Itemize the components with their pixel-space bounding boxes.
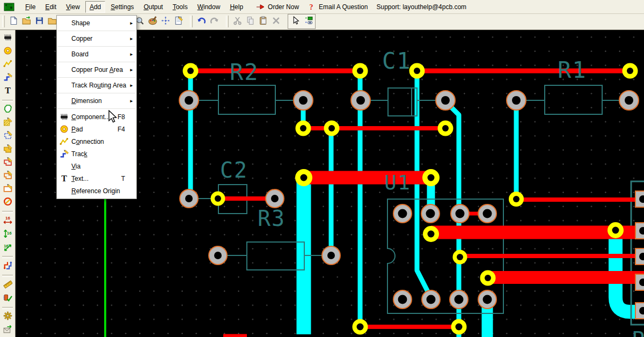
order-now-label: Order Now: [268, 3, 299, 11]
menu-item-label: Copper Pour Area: [71, 66, 126, 74]
order-now-button[interactable]: Order Now: [255, 3, 299, 11]
pad-hole: [455, 295, 464, 304]
label-c2: C2: [220, 158, 248, 182]
open-button[interactable]: [20, 15, 33, 28]
submenu-arrow-icon: ►: [126, 68, 136, 72]
menubar-item-tools[interactable]: Tools: [169, 1, 192, 13]
palette-button[interactable]: [146, 15, 159, 28]
email-question-button[interactable]: ? Email A Question: [306, 3, 368, 11]
menu-item-label: Track Routing Area: [71, 82, 126, 89]
component-icon: [3, 33, 12, 44]
connection-icon: [57, 137, 71, 146]
menubar-item-view[interactable]: View: [62, 1, 84, 13]
menubar-item-window[interactable]: Window: [193, 1, 225, 13]
text-icon: T: [57, 174, 71, 183]
menu-item-shape[interactable]: Shape►: [57, 17, 136, 29]
board-rect-tool-button[interactable]: [1, 184, 14, 196]
menubar-item-edit[interactable]: Edit: [41, 1, 61, 13]
menubar-item-file[interactable]: File: [21, 1, 40, 13]
via-hole: [457, 254, 463, 260]
menu-item-copper-pour-area[interactable]: Copper Pour Area►: [57, 64, 136, 76]
menubar-item-output[interactable]: Output: [140, 1, 167, 13]
menubar-item-settings[interactable]: Settings: [106, 1, 138, 13]
cut-button[interactable]: [231, 15, 244, 28]
shape-orange-tool-button[interactable]: [1, 170, 14, 182]
via-hole: [485, 275, 491, 281]
layer-visibility-button[interactable]: [302, 15, 314, 28]
copper-hatched-icon: [3, 118, 12, 129]
copper-polygon-tool-button[interactable]: [1, 104, 14, 116]
menu-separator: [57, 77, 136, 78]
menu-item-dimension[interactable]: Dimension►: [57, 95, 136, 107]
tool-palette: T161616: [0, 30, 16, 337]
menu-item-reference-origin[interactable]: Reference Origin: [57, 185, 136, 197]
settings-gear-icon: [3, 311, 12, 323]
redo-button[interactable]: [208, 15, 221, 28]
menubar-item-help[interactable]: Help: [225, 1, 247, 13]
properties-button[interactable]: [172, 15, 185, 28]
palette-separator: [2, 307, 13, 309]
mouse-cursor: [107, 110, 121, 125]
copper-hatched-tool-button[interactable]: [1, 117, 14, 129]
menu-item-copper[interactable]: Copper►: [57, 33, 136, 45]
menu-item-component[interactable]: Component...F8: [57, 111, 136, 123]
svg-text:?: ?: [310, 3, 313, 11]
shape-red-tool-button[interactable]: [1, 157, 14, 169]
send-design-tool-button[interactable]: [1, 324, 14, 336]
menubar-item-add[interactable]: Add: [85, 1, 105, 13]
menu-item-track[interactable]: Track: [57, 148, 136, 160]
toolbar-grip: [190, 16, 193, 27]
pad-hole: [185, 195, 193, 202]
save-button[interactable]: [33, 15, 46, 28]
svg-text:16: 16: [5, 216, 10, 221]
r1-outline: [545, 85, 602, 114]
dimension-horizontal-icon: 16: [3, 216, 12, 227]
connector-pads[interactable]: [635, 191, 644, 319]
component-check-tool-button[interactable]: [1, 292, 14, 305]
paste-button[interactable]: [257, 15, 269, 28]
delete-button[interactable]: [269, 15, 282, 28]
menu-item-pad[interactable]: PadF4: [57, 123, 136, 135]
paste-icon: [259, 16, 268, 27]
keepout-dashed-tool-button[interactable]: [1, 130, 14, 143]
menu-item-board[interactable]: Board►: [57, 48, 136, 60]
measure-tool-button[interactable]: [1, 279, 14, 291]
save-icon: [35, 16, 44, 27]
layer-visibility-icon: [304, 16, 313, 27]
dimension-vertical-tool-button[interactable]: 16: [1, 229, 14, 241]
order-now-arrow-icon: [255, 3, 265, 11]
track-tool-button[interactable]: [1, 72, 14, 84]
dimension-horizontal-tool-button[interactable]: 16: [1, 215, 14, 228]
settings-gear-tool-button[interactable]: [1, 311, 14, 324]
menu-item-via[interactable]: Via: [57, 160, 136, 172]
menu-item-text[interactable]: TText...T: [57, 172, 136, 185]
menu-item-connection[interactable]: Connection: [57, 135, 136, 148]
dimension-diagonal-tool-button[interactable]: 16: [1, 242, 14, 254]
palette-separator: [2, 256, 13, 258]
copy-button[interactable]: [244, 15, 257, 28]
pad-tool-button[interactable]: [1, 46, 14, 58]
pad-hole: [625, 96, 633, 105]
via-hole: [456, 324, 463, 331]
snap-grid-button[interactable]: [159, 15, 172, 28]
select-cursor-button[interactable]: [289, 15, 302, 28]
track-icon: [57, 149, 71, 158]
copper-filled-tool-button[interactable]: [1, 144, 14, 156]
connection-tool-button[interactable]: [1, 58, 14, 71]
undo-button[interactable]: [195, 15, 208, 28]
cut-icon: [233, 16, 242, 27]
new-button[interactable]: [7, 15, 20, 28]
no-entry-icon: [3, 197, 12, 208]
no-entry-tool-button[interactable]: [1, 197, 14, 209]
pad-hole: [483, 295, 492, 304]
via-hole: [428, 174, 435, 181]
menu-shortcut: T: [121, 175, 125, 182]
menu-item-track-routing-area[interactable]: Track Routing Area►: [57, 79, 136, 91]
menu-item-label: Track: [71, 150, 126, 158]
menu-item-label: Dimension: [71, 97, 126, 105]
menu-item-label: Reference Origin: [71, 187, 126, 195]
menu-separator: [57, 46, 136, 47]
autoroute-tool-button[interactable]: [1, 260, 14, 273]
component-tool-button[interactable]: [1, 32, 14, 45]
text-tool-button[interactable]: T: [1, 85, 14, 98]
